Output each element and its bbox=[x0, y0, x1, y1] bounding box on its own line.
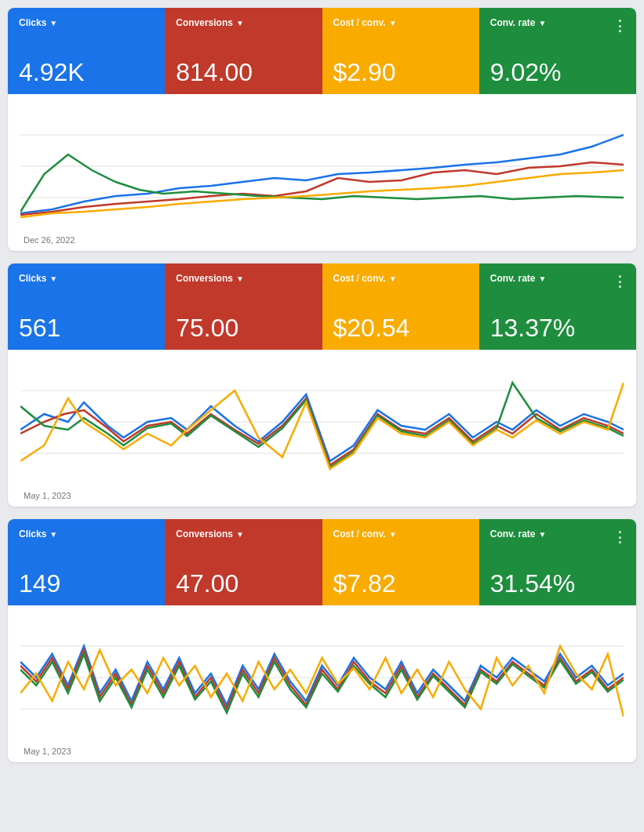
metric-conversions-2: Conversions ▼ 75.00 bbox=[165, 263, 322, 350]
chart-date-1: Dec 26, 2022 bbox=[20, 235, 624, 245]
metric-label-conv-2: Conversions ▼ bbox=[176, 273, 311, 284]
chevron-icon: ▼ bbox=[236, 530, 244, 539]
more-button-2[interactable]: ⋮ bbox=[609, 270, 630, 293]
chevron-icon: ▼ bbox=[49, 274, 57, 283]
metric-value-cost-3: $7.82 bbox=[333, 571, 468, 596]
metric-value-conv-2: 75.00 bbox=[176, 315, 311, 340]
chart-svg-3 bbox=[20, 615, 624, 740]
card-3: Clicks ▼ 149 Conversions ▼ 47.00 Cost / … bbox=[8, 519, 636, 762]
metric-value-clicks-3: 149 bbox=[19, 571, 154, 596]
metric-clicks-2: Clicks ▼ 561 bbox=[8, 263, 165, 350]
metric-label-clicks-2: Clicks ▼ bbox=[19, 273, 154, 284]
metric-label-cost-1: Cost / conv. ▼ bbox=[333, 17, 468, 28]
chevron-icon: ▼ bbox=[49, 530, 57, 539]
chevron-icon: ▼ bbox=[389, 19, 397, 27]
chevron-icon: ▼ bbox=[539, 19, 547, 27]
metric-label-rate-1: Conv. rate ▼ bbox=[490, 17, 625, 28]
metric-value-clicks-2: 561 bbox=[19, 315, 154, 340]
metric-value-rate-1: 9.02% bbox=[490, 60, 625, 85]
metric-value-conv-1: 814.00 bbox=[176, 60, 311, 85]
metric-clicks-3: Clicks ▼ 149 bbox=[8, 519, 165, 605]
metric-label-conv-3: Conversions ▼ bbox=[176, 529, 311, 540]
chevron-icon: ▼ bbox=[389, 274, 397, 283]
metric-cost-2: Cost / conv. ▼ $20.54 bbox=[322, 263, 479, 350]
card-2: Clicks ▼ 561 Conversions ▼ 75.00 Cost / … bbox=[8, 263, 636, 507]
metrics-row-1: Clicks ▼ 4.92K Conversions ▼ 814.00 Cost… bbox=[8, 8, 636, 94]
chart-container-3: May 1, 2023 bbox=[8, 605, 636, 762]
metric-value-cost-2: $20.54 bbox=[333, 315, 468, 340]
metric-value-cost-1: $2.90 bbox=[333, 60, 468, 85]
metric-value-rate-2: 13.37% bbox=[490, 315, 625, 340]
chevron-icon: ▼ bbox=[236, 19, 244, 27]
metric-label-conv-1: Conversions ▼ bbox=[176, 17, 311, 28]
chevron-icon: ▼ bbox=[49, 19, 57, 27]
chevron-icon: ▼ bbox=[539, 274, 547, 283]
chevron-icon: ▼ bbox=[539, 530, 547, 539]
chart-container-1: Dec 26, 2022 bbox=[8, 94, 636, 251]
metric-value-clicks-1: 4.92K bbox=[19, 60, 154, 85]
chart-container-2: May 1, 2023 bbox=[8, 350, 636, 507]
metric-cost-1: Cost / conv. ▼ $2.90 bbox=[322, 8, 479, 94]
metric-label-rate-2: Conv. rate ▼ bbox=[490, 273, 625, 284]
metric-conversions-3: Conversions ▼ 47.00 bbox=[165, 519, 322, 605]
metrics-row-2: Clicks ▼ 561 Conversions ▼ 75.00 Cost / … bbox=[8, 263, 636, 350]
metric-value-conv-3: 47.00 bbox=[176, 571, 311, 596]
chevron-icon: ▼ bbox=[389, 530, 397, 539]
metrics-row-3: Clicks ▼ 149 Conversions ▼ 47.00 Cost / … bbox=[8, 519, 636, 605]
chart-svg-2 bbox=[20, 359, 624, 485]
chart-date-2: May 1, 2023 bbox=[20, 491, 624, 500]
chart-date-3: May 1, 2023 bbox=[20, 747, 624, 756]
metric-value-rate-3: 31.54% bbox=[490, 571, 625, 596]
chevron-icon: ▼ bbox=[236, 274, 244, 283]
metric-label-cost-2: Cost / conv. ▼ bbox=[333, 273, 468, 284]
metric-label-cost-3: Cost / conv. ▼ bbox=[333, 529, 468, 540]
metric-label-rate-3: Conv. rate ▼ bbox=[490, 529, 625, 540]
card-1: Clicks ▼ 4.92K Conversions ▼ 814.00 Cost… bbox=[8, 8, 636, 251]
metric-cost-3: Cost / conv. ▼ $7.82 bbox=[322, 519, 479, 605]
metric-label-clicks-1: Clicks ▼ bbox=[19, 17, 154, 28]
chart-svg-1 bbox=[20, 104, 624, 229]
metric-clicks-1: Clicks ▼ 4.92K bbox=[8, 8, 165, 94]
metric-label-clicks-3: Clicks ▼ bbox=[19, 529, 154, 540]
more-button-1[interactable]: ⋮ bbox=[609, 14, 630, 38]
metric-conversions-1: Conversions ▼ 814.00 bbox=[165, 8, 322, 94]
more-button-3[interactable]: ⋮ bbox=[609, 525, 630, 549]
